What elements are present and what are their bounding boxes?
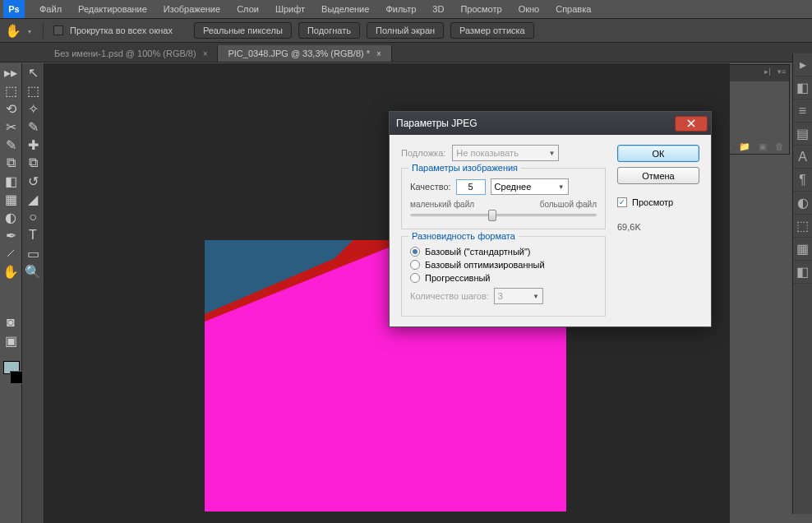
fit-screen-button[interactable]: Подогнать [298,22,360,39]
menu-window[interactable]: Окно [510,4,548,14]
tab-label: Без имени-1.psd @ 100% (RGB/8) [54,49,196,58]
slider-thumb[interactable] [488,210,496,221]
tab-label: PIC_0348.JPG @ 33,3% (RGB/8) * [228,49,370,58]
menu-file[interactable]: Файл [31,4,70,14]
stamp-tool-icon[interactable]: ⧉ [22,154,44,172]
lasso-tool-icon[interactable]: ⟲ [0,100,21,118]
zoom-tool-icon[interactable]: 🔍 [22,262,44,280]
format-options-group: Разновидность формата Базовый ("стандарт… [401,236,606,317]
pen-tool-icon[interactable]: ✒ [0,226,21,244]
trash-icon[interactable]: 🗑 [775,141,784,152]
panel-icon[interactable]: ≡ [793,100,812,123]
quality-input[interactable] [456,179,486,195]
bucket-tool-icon[interactable]: ◢ [22,190,44,208]
panel-icon[interactable]: ◧ [793,261,812,284]
panel-collapse-icon[interactable]: ▸| [761,65,773,81]
menu-3d[interactable]: 3D [424,4,452,14]
arrow-tool-icon[interactable]: ↖ [22,63,44,81]
clone-tool-icon[interactable]: ⧉ [0,154,21,172]
panel-icon[interactable]: ▤ [793,123,812,146]
marquee-tool-icon[interactable]: ⬚ [22,81,44,100]
quickmask-icon[interactable]: ◙ [0,313,21,331]
eyedrop-tool-icon[interactable]: ✎ [22,118,44,136]
tab-close-icon[interactable]: × [203,49,208,58]
preview-label: Просмотр [632,197,673,207]
menu-type[interactable]: Шрифт [267,4,313,14]
tool-dropdown-icon[interactable]: ▾ [28,28,33,33]
slider-label-big: большой файл [540,200,597,209]
panel-icon[interactable]: ▸ [793,53,812,76]
menu-edit[interactable]: Редактирование [70,4,155,14]
type-tool-icon[interactable]: T [22,226,44,244]
heal-tool-icon[interactable]: ✚ [22,136,44,154]
menu-layers[interactable]: Слои [228,4,267,14]
toolbox-sidebar-a: ▸▸ ⬚ ⟲ ✂ ✎ ⧉ ◧ ▦ ◐ ✒ ⟋ ✋ ◙ ▣ [0,63,22,523]
scroll-all-checkbox[interactable] [53,25,63,35]
quality-label: Качество: [410,182,451,192]
image-options-legend: Параметры изображения [408,163,521,173]
hand-tool-icon[interactable]: ✋ [0,262,21,280]
format-option-label: Прогрессивный [425,273,491,283]
screenmode-icon[interactable]: ▣ [0,331,21,349]
new-action-icon[interactable]: ▣ [759,141,767,152]
menubar: Ps Файл Редактирование Изображение Слои … [0,0,812,18]
matte-dropdown[interactable]: Не показывать ▼ [452,145,559,161]
quality-preset-dropdown[interactable]: Среднее ▼ [491,178,569,195]
dialog-title: Параметры JPEG [396,118,675,129]
image-options-group: Параметры изображения Качество: Среднее … [401,168,606,229]
close-button[interactable] [675,116,708,132]
toolbox-sidebar-b: ↖ ⬚ ✧ ✎ ✚ ⧉ ↺ ◢ ○ T ▭ 🔍 [22,63,44,523]
chevron-down-icon: ▼ [533,293,539,300]
menu-filter[interactable]: Фильтр [377,4,424,14]
document-tab-1[interactable]: Без имени-1.psd @ 100% (RGB/8)× [44,45,218,62]
print-size-button[interactable]: Размер оттиска [450,22,534,39]
cancel-button[interactable]: Отмена [617,167,699,184]
panel-icon[interactable]: ◐ [793,192,812,215]
close-icon [687,119,695,127]
wand-tool-icon[interactable]: ✧ [22,100,44,118]
quality-preset-value: Среднее [495,182,532,192]
dodge-tool-icon[interactable]: ◐ [0,208,21,226]
menu-help[interactable]: Справка [547,4,599,14]
menu-image[interactable]: Изображение [155,4,228,14]
path-tool-icon[interactable]: ⟋ [0,244,21,262]
hand-tool-icon[interactable]: ✋ [5,23,21,38]
crop-tool-icon[interactable]: ✂ [0,118,21,136]
ok-button[interactable]: ОК [617,145,699,162]
panel-menu-icon[interactable]: ▾≡ [774,65,789,81]
quality-slider[interactable] [410,209,597,220]
panel-icon[interactable]: ▦ [793,238,812,261]
separator [43,22,44,39]
tab-close-icon[interactable]: × [376,49,381,58]
matte-value: Не показывать [456,148,519,158]
collapse-icon[interactable]: ▸▸ [0,63,21,81]
format-radio-progressive[interactable] [410,273,420,283]
document-tab-2[interactable]: PIC_0348.JPG @ 33,3% (RGB/8) *× [218,45,391,62]
document-tabbar: Без имени-1.psd @ 100% (RGB/8)× PIC_0348… [0,43,812,62]
new-set-icon[interactable]: 📁 [739,141,750,152]
format-radio-optimized[interactable] [410,260,420,270]
chevron-down-icon: ▼ [558,183,565,191]
panel-icon[interactable]: A [793,146,812,169]
brush-tool-icon[interactable]: ✎ [0,136,21,154]
slider-track [410,214,597,216]
history-brush-icon[interactable]: ↺ [22,172,44,190]
dialog-titlebar[interactable]: Параметры JPEG [390,112,711,135]
menu-select[interactable]: Выделение [313,4,377,14]
shape-tool-icon[interactable]: ▭ [22,244,44,262]
panel-icon[interactable]: ◧ [793,76,812,100]
panel-icon[interactable]: ¶ [793,169,812,192]
panel-icon[interactable]: ⬚ [793,215,812,238]
format-radio-baseline[interactable] [410,247,420,257]
blur-tool-icon[interactable]: ○ [22,208,44,226]
scans-dropdown: 3 ▼ [494,288,543,304]
options-bar: ✋ ▾ Прокрутка во всех окнах Реальные пик… [0,18,812,43]
actual-pixels-button[interactable]: Реальные пикселы [194,22,292,39]
full-screen-button[interactable]: Полный экран [367,22,444,39]
eraser-tool-icon[interactable]: ◧ [0,172,21,190]
move-tool-icon[interactable]: ⬚ [0,81,21,100]
gradient-tool-icon[interactable]: ▦ [0,190,21,208]
format-option-label: Базовый ("стандартный") [425,247,531,257]
menu-view[interactable]: Просмотр [452,4,510,14]
preview-checkbox[interactable]: ✓ [617,197,627,207]
